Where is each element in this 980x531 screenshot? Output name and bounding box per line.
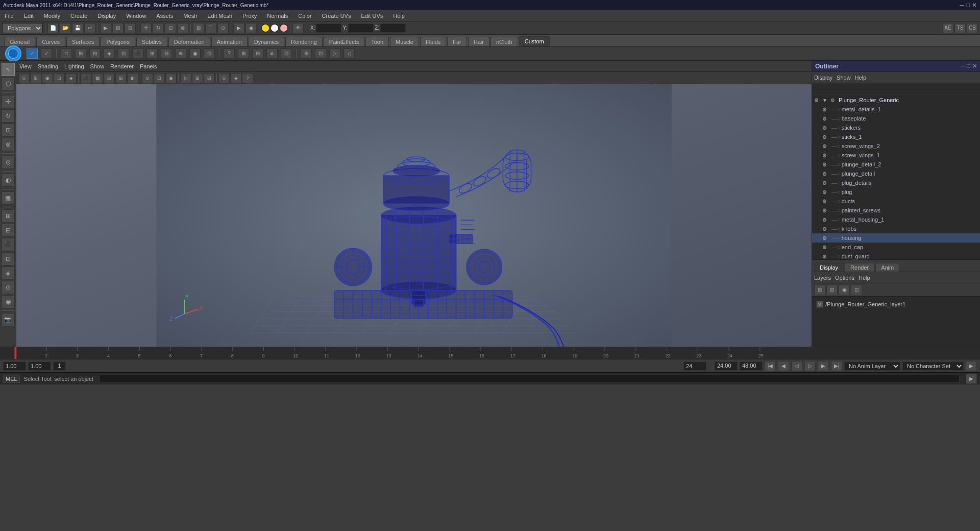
ch-check1[interactable]: ✓ — [27, 49, 38, 59]
status-expand-btn[interactable]: ▶ — [966, 374, 977, 384]
outliner-item[interactable]: ⚙—○baseplate — [812, 114, 980, 123]
vp-menu-renderer[interactable]: Renderer — [110, 63, 134, 69]
menu-edit-uvs[interactable]: Edit UVs — [358, 12, 385, 20]
menu-help[interactable]: Help — [390, 12, 407, 20]
dra-subtab-layers[interactable]: Layers — [814, 275, 831, 281]
channel-box-btn[interactable]: CB — [967, 23, 978, 33]
lasso-tool[interactable]: ⬡ — [2, 77, 15, 90]
ch-icon6[interactable]: ⬛ — [132, 49, 143, 59]
dra-tb1[interactable]: ⊞ — [814, 285, 825, 295]
select-tool[interactable]: ↖ — [2, 63, 15, 76]
rotate-btn[interactable]: ↻ — [153, 23, 164, 33]
viewport[interactable]: View Shading Lighting Show Renderer Pane… — [16, 61, 812, 347]
step-back-btn[interactable]: ◀ — [778, 361, 789, 371]
ch-icon15[interactable]: ≡ — [266, 49, 278, 59]
outliner-item[interactable]: ⚙—○dust_guard — [812, 252, 980, 259]
dra-subtab-options[interactable]: Options — [835, 275, 854, 281]
play-fwd-btn[interactable]: ▷ — [804, 361, 816, 371]
outliner-item[interactable]: ⚙—○metal_housing_1 — [812, 215, 980, 224]
layer-tool1[interactable]: ⊞ — [2, 209, 15, 223]
command-input-bar[interactable] — [100, 375, 960, 383]
attr-editor-btn[interactable]: AE — [942, 23, 953, 33]
ch-icon5[interactable]: ⊡ — [118, 49, 129, 59]
vp-icon15[interactable]: ⊞ — [192, 73, 203, 83]
layer-tool7[interactable]: ◉ — [2, 295, 15, 308]
vp-menu-view[interactable]: View — [19, 63, 32, 69]
outliner-close-btn[interactable]: ✕ — [972, 63, 977, 69]
snap-point-btn[interactable]: ⊙ — [217, 23, 229, 33]
outliner-item[interactable]: ⚙—○plug — [812, 187, 980, 197]
ch-icon8[interactable]: ⊟ — [161, 49, 172, 59]
go-to-start-btn[interactable]: |◀ — [765, 361, 776, 371]
outliner-item[interactable]: ⚙—○end_cap — [812, 243, 980, 252]
undo-btn[interactable]: ↩ — [84, 23, 95, 33]
select-hierarchy-btn[interactable]: ⊞ — [112, 23, 124, 33]
outliner-item[interactable]: ⚙—○plunge_detail — [812, 169, 980, 178]
tab-hair[interactable]: Hair — [468, 37, 489, 46]
vp-icon10[interactable]: ◐ — [127, 73, 138, 83]
render-region-tool[interactable]: ▦ — [2, 191, 15, 205]
vp-icon13[interactable]: ◉ — [165, 73, 177, 83]
tab-muscle[interactable]: Muscle — [390, 37, 419, 46]
tab-dynamics[interactable]: Dynamics — [249, 37, 284, 46]
show-manip-tool[interactable]: ⊙ — [2, 156, 15, 169]
outliner-item[interactable]: ⚙—○screw_wings_1 — [812, 151, 980, 160]
timeline-ruler[interactable] — [0, 347, 980, 359]
outliner-menu-display[interactable]: Display — [814, 75, 832, 81]
layer-tool2[interactable]: ⊟ — [2, 224, 15, 237]
ipr-btn[interactable]: ◉ — [246, 23, 257, 33]
select-component-btn[interactable]: ⊟ — [125, 23, 136, 33]
vp-icon1[interactable]: ⊙ — [18, 73, 30, 83]
outliner-item[interactable]: ⚙▼⚙Plunge_Router_Generic — [812, 95, 980, 105]
vp-icon6[interactable]: ⬛ — [80, 73, 91, 83]
frame-start-input[interactable] — [3, 361, 26, 371]
dra-subtab-help[interactable]: Help — [859, 275, 870, 281]
vp-icon14[interactable]: ▷ — [180, 73, 191, 83]
menu-create[interactable]: Create — [68, 12, 90, 20]
vp-icon11[interactable]: ⊙ — [142, 73, 153, 83]
snap-curve-btn[interactable]: ⌒ — [205, 23, 216, 33]
tab-surfaces[interactable]: Surfaces — [66, 37, 100, 46]
move-btn[interactable]: ✛ — [140, 23, 152, 33]
vp-menu-lighting[interactable]: Lighting — [64, 63, 84, 69]
ch-icon13[interactable]: ⊞ — [238, 49, 249, 59]
menu-window[interactable]: Window — [124, 12, 149, 20]
outliner-menu-help[interactable]: Help — [855, 75, 867, 81]
outliner-item[interactable]: ⚙—○ducts — [812, 197, 980, 206]
menu-color[interactable]: Color — [296, 12, 314, 20]
layer-visibility-checkbox[interactable]: V — [816, 301, 823, 308]
outliner-item[interactable]: ⚙—○stickers — [812, 123, 980, 132]
vp-icon5[interactable]: ◈ — [65, 73, 77, 83]
outliner-minimize-btn[interactable]: ─ — [961, 63, 965, 69]
outliner-item[interactable]: ⚙—○painted_screws — [812, 206, 980, 215]
dra-tab-anim[interactable]: Anim — [875, 263, 899, 272]
outliner-search-input[interactable] — [812, 83, 980, 94]
outliner-expand-icon[interactable]: ▼ — [822, 98, 830, 103]
vp-icon2[interactable]: ⊞ — [30, 73, 41, 83]
show-hide-btn[interactable]: 👁 — [292, 23, 304, 33]
tab-animation[interactable]: Animation — [211, 37, 248, 46]
minimize-btn[interactable]: ─ — [960, 2, 964, 9]
tab-rendering[interactable]: Rendering — [285, 37, 323, 46]
coord-y-input[interactable] — [348, 23, 374, 33]
render-btn[interactable]: ▶ — [233, 23, 244, 33]
tab-ncloth[interactable]: nCloth — [491, 37, 518, 46]
polygon-mode-dropdown[interactable]: Polygons — [2, 23, 43, 33]
move-tool[interactable]: ✛ — [2, 95, 15, 108]
camera-tool[interactable]: 📷 — [2, 313, 15, 326]
vp-icon9[interactable]: ⊞ — [115, 73, 127, 83]
outliner-item[interactable]: ⚙—○screw_wings_2 — [812, 141, 980, 151]
ch-icon14[interactable]: ⊟ — [252, 49, 263, 59]
dra-tab-render[interactable]: Render — [845, 263, 874, 272]
ch-icon3[interactable]: ⊟ — [89, 49, 101, 59]
frame-current-input[interactable] — [28, 361, 51, 371]
outliner-menu-show[interactable]: Show — [837, 75, 851, 81]
tab-subdivs[interactable]: Subdivs — [136, 37, 167, 46]
ch-icon18[interactable]: ⊡ — [315, 49, 326, 59]
ch-icon17[interactable]: ⊞ — [301, 49, 312, 59]
vp-icon19[interactable]: ? — [242, 73, 253, 83]
menu-assets[interactable]: Assets — [154, 12, 176, 20]
ch-icon9[interactable]: ⊗ — [175, 49, 186, 59]
menu-mesh[interactable]: Mesh — [181, 12, 200, 20]
close-btn[interactable]: ✕ — [972, 2, 977, 9]
